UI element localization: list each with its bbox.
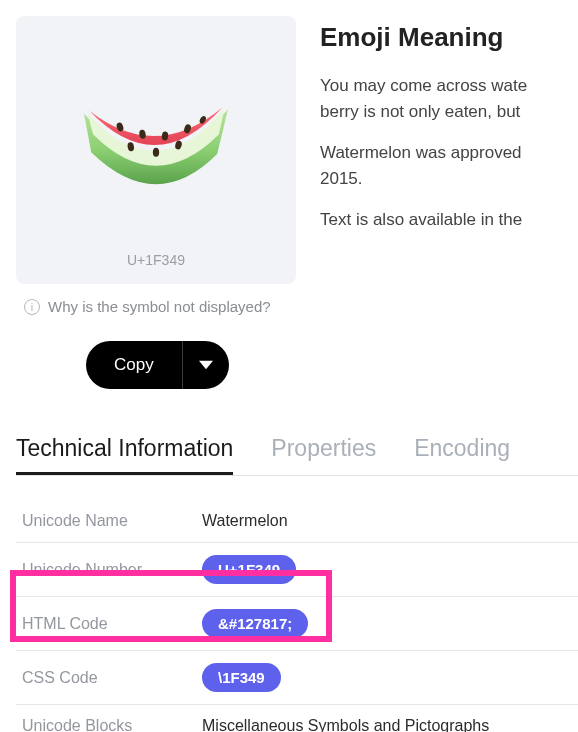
table-row: Unicode Number U+1F349 [16,543,578,597]
tabs: Technical Information Properties Encodin… [16,429,578,476]
table-row: Unicode Name Watermelon [16,500,578,543]
row-label: Unicode Name [16,500,196,543]
row-label: HTML Code [16,597,196,651]
emoji-card: U+1F349 [16,16,296,284]
info-icon: i [24,299,40,315]
codepoint-label: U+1F349 [127,252,185,268]
copy-button[interactable]: Copy [86,341,182,389]
tab-technical-information[interactable]: Technical Information [16,429,233,475]
technical-info-table: Unicode Name Watermelon Unicode Number U… [16,500,578,732]
chevron-down-icon [199,358,213,372]
tab-encoding[interactable]: Encoding [414,429,510,475]
row-label: Unicode Blocks [16,705,196,733]
copy-button-group: Copy [86,341,296,389]
svg-point-5 [153,148,159,157]
unicode-number-pill[interactable]: U+1F349 [202,555,296,584]
watermelon-icon [66,36,246,236]
meaning-text: You may come across wateberry is not onl… [320,73,578,124]
row-label: Unicode Number [16,543,196,597]
row-label: CSS Code [16,651,196,705]
table-row: CSS Code \1F349 [16,651,578,705]
tab-properties[interactable]: Properties [271,429,376,475]
css-code-pill[interactable]: \1F349 [202,663,281,692]
row-value: Watermelon [196,500,578,543]
meaning-heading: Emoji Meaning [320,22,578,53]
copy-dropdown-button[interactable] [182,341,229,389]
meaning-text: Text is also available in the [320,207,578,233]
meaning-text: Watermelon was approved2015. [320,140,578,191]
table-row: Unicode Blocks Miscellaneous Symbols and… [16,705,578,733]
html-code-pill[interactable]: &#127817; [202,609,308,638]
why-not-displayed-link[interactable]: Why is the symbol not displayed? [48,298,271,315]
table-row: HTML Code &#127817; [16,597,578,651]
row-value: Miscellaneous Symbols and Pictographs [196,705,578,733]
